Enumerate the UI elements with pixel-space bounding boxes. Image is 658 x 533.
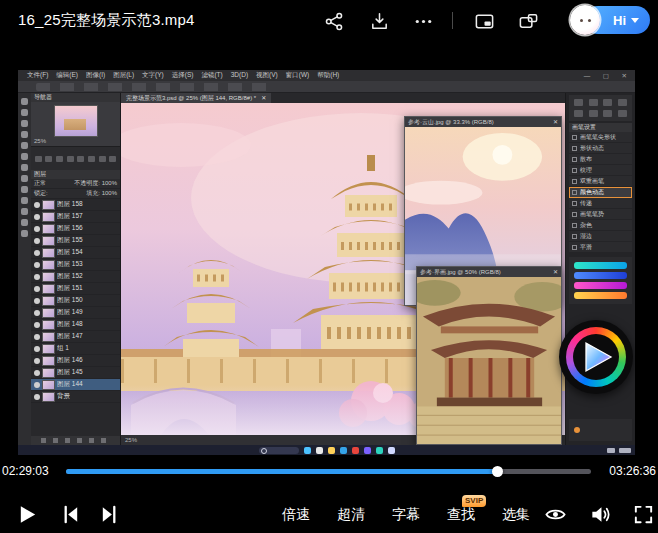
checkbox-icon (572, 179, 577, 184)
layer-thumbnail (43, 261, 54, 269)
layer-visibility-icon (34, 322, 40, 328)
brush-settings-panel: 画笔设置 画笔笔尖形状形状动态散布纹理双重画笔颜色动态传递画笔笔势杂色湿边平滑 (569, 123, 632, 253)
brush-setting-row: 散布 (569, 154, 632, 165)
tray-clock (619, 448, 631, 453)
reference-window-painting: 参考·界画.jpg @ 50% (RGB/8) ✕ (416, 266, 562, 445)
subtitles-button[interactable]: 字幕 (392, 506, 420, 524)
ps-tool-icon (21, 120, 28, 127)
adjustment-icon (35, 156, 42, 162)
panel-icon (589, 110, 598, 117)
layer-name: 图层 150 (57, 296, 83, 305)
layers-lock-row: 锁定: 填充: 100% (31, 189, 120, 199)
ps-tool-icon (21, 175, 28, 182)
volume-button[interactable] (587, 501, 613, 527)
svip-badge: SVIP (462, 495, 486, 507)
brush-setting-label: 纹理 (580, 166, 592, 175)
ps-tool-icon (21, 98, 28, 105)
layer-thumbnail (43, 213, 54, 221)
brush-panel-tab: 画笔设置 (569, 123, 632, 132)
layer-name: 图层 157 (57, 212, 83, 221)
share-button[interactable] (321, 8, 347, 34)
ps-tool-icon (21, 153, 28, 160)
next-episode-button[interactable] (96, 501, 122, 527)
layer-thumbnail (43, 345, 54, 353)
previous-episode-button[interactable] (57, 501, 83, 527)
ps-tool-icon (21, 142, 28, 149)
layer-visibility-icon (34, 286, 40, 292)
checkbox-icon (572, 223, 577, 228)
reference-image-painting (417, 277, 561, 444)
layer-visibility-icon (34, 394, 40, 400)
layer-visibility-icon (34, 298, 40, 304)
video-frame[interactable]: 文件(F)编辑(E)图像(I)图层(L)文字(Y)选择(S)滤镜(T)3D(D)… (18, 70, 635, 455)
quality-button[interactable]: 超清 (337, 506, 365, 524)
layer-thumbnail (43, 285, 54, 293)
adjustment-icon (77, 156, 84, 162)
mini-window-button[interactable] (515, 8, 541, 34)
layers-panel: 图层 正常 不透明度: 100% 锁定: 填充: 100% 图层 158图层 1… (31, 170, 120, 445)
brush-setting-label: 湿边 (580, 232, 592, 241)
play-button[interactable] (14, 501, 40, 527)
layer-visibility-icon (34, 202, 40, 208)
more-options-button[interactable] (410, 8, 436, 34)
layer-thumbnail (43, 321, 54, 329)
layer-thumbnail (43, 273, 54, 281)
layer-name: 图层 155 (57, 236, 83, 245)
checkbox-icon (572, 201, 577, 206)
ps-options-bar (18, 81, 635, 93)
checkbox-icon (572, 146, 577, 151)
ps-document-tab-row: 完整场景示范3.psd @ 25% (图层 144, RGB/8#) * ✕ (121, 93, 565, 103)
playback-speed-button[interactable]: 倍速 (282, 506, 310, 524)
progress-bar[interactable] (66, 469, 591, 474)
mini-window-icon (518, 11, 539, 32)
brush-setting-row: 双重画笔 (569, 176, 632, 187)
ps-document-tab: 完整场景示范3.psd @ 25% (图层 144, RGB/8#) * ✕ (121, 93, 271, 103)
ps-menu-bar: 文件(F)编辑(E)图像(I)图层(L)文字(Y)选择(S)滤镜(T)3D(D)… (18, 70, 635, 81)
watch-mode-button[interactable] (542, 501, 568, 527)
find-label: 查找 (447, 506, 475, 522)
taskbar-app-icon (328, 447, 335, 454)
layer-thumbnail (43, 393, 54, 401)
layer-name: 背景 (57, 392, 70, 401)
reference-window-title: 参考·界画.jpg @ 50% (RGB/8) (420, 267, 501, 277)
adjustments-panel (31, 146, 120, 170)
taskbar-app-icon (364, 447, 371, 454)
navigator-thumbnail (55, 106, 97, 136)
download-button[interactable] (366, 8, 392, 34)
layer-name: 图层 149 (57, 308, 83, 317)
user-greeting: Hi (613, 13, 626, 28)
episodes-button[interactable]: 选集 (502, 506, 530, 524)
panel-icon (603, 99, 612, 106)
ps-layer-row: 图层 154 (31, 247, 120, 259)
brush-setting-row: 平滑 (569, 242, 632, 253)
user-account[interactable]: Hi (570, 5, 650, 35)
brush-setting-row: 颜色动态 (569, 187, 632, 198)
ps-menu-item: 文字(Y) (138, 71, 168, 80)
ps-tool-icon (21, 197, 28, 204)
avatar (570, 5, 600, 35)
taskbar-system-tray (607, 448, 631, 453)
adjustment-icon (67, 156, 74, 162)
ps-option-widgets (36, 83, 276, 91)
brush-setting-row: 杂色 (569, 220, 632, 231)
picture-in-picture-button[interactable] (471, 8, 497, 34)
layer-thumbnail (43, 381, 54, 389)
bottom-mini-panel (569, 419, 632, 441)
fullscreen-button[interactable] (630, 501, 656, 527)
ps-tool-icon (21, 230, 28, 237)
ps-menu-item: 窗口(W) (282, 71, 313, 80)
taskbar-app-icon (316, 447, 323, 454)
layer-thumbnail (43, 309, 54, 317)
layer-name: 图层 144 (57, 380, 83, 389)
ps-menus: 文件(F)编辑(E)图像(I)图层(L)文字(Y)选择(S)滤镜(T)3D(D)… (23, 71, 343, 80)
find-button[interactable]: 查找 SVIP (447, 506, 475, 524)
ps-left-panels: 导航器 25% 图层 正常 不透明度: 100% 锁定: 填充: 100% 图层… (31, 93, 121, 445)
ps-toolbar (18, 93, 31, 445)
layer-visibility-icon (34, 214, 40, 220)
progress-handle[interactable] (492, 466, 503, 477)
layer-name: 图层 156 (57, 224, 83, 233)
ps-layer-row: 图层 157 (31, 211, 120, 223)
navigator-zoom: 25% (34, 138, 46, 144)
ps-layer-row: 图层 156 (31, 223, 120, 235)
checkbox-icon (572, 245, 577, 250)
